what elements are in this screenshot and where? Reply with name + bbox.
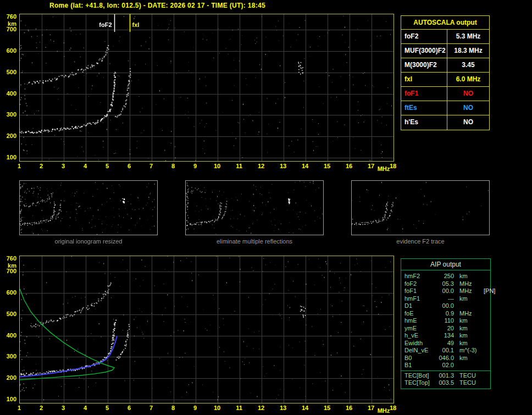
autoscala-window: Rome (lat: +41.8, lon: 012.5) - DATE: 20…	[0, 0, 532, 415]
autoscala-param-label: ftEs	[401, 101, 447, 115]
aip-label: hmF1	[404, 295, 436, 303]
y-tick-label: 500	[2, 69, 16, 75]
x-tick-label: 4	[80, 163, 91, 169]
thumbnail-f2-trace	[351, 180, 490, 235]
aip-unit: km	[455, 340, 480, 347]
aip-unit: km	[455, 332, 480, 340]
aip-label: B0	[404, 355, 436, 362]
aip-label: foF2	[404, 280, 436, 288]
aip-row-fof1: foF100.0MHz[PN]	[401, 287, 490, 295]
aip-value: 003.5	[436, 379, 455, 387]
thumbnail-caption-f2-trace: evidence F2 trace	[351, 238, 490, 245]
aip-unit: MHz	[455, 310, 480, 318]
aip-row-d1: D100.0	[401, 302, 490, 310]
autoscala-row-m-3000-f2: M(3000)F23.45	[401, 58, 489, 73]
aip-row-hme: hmE110km	[401, 317, 490, 325]
y-tick-label: 700	[2, 26, 16, 32]
autoscala-row-fof2: foF25.3 MHz	[401, 30, 489, 44]
x-tick-label: 9	[190, 405, 201, 411]
aip-extra	[480, 332, 490, 340]
x-tick-label: 11	[234, 405, 245, 411]
y-tick-label: 300	[2, 353, 16, 359]
x-tick-label: 15	[322, 405, 332, 411]
aip-output-table: AIP output hmF2250kmfoF205.3MHzfoF100.0M…	[401, 258, 491, 389]
thumbnail-caption-eliminate-multiples: eliminate multiple reflections	[185, 238, 324, 245]
aip-value: 134	[436, 332, 455, 340]
autoscala-row-h-es: h'EsNO	[401, 115, 489, 130]
aip-label: DelN_vE	[404, 347, 436, 355]
aip-value: 001.3	[436, 372, 455, 380]
aip-value: 05.3	[436, 280, 455, 288]
aip-row-h-ve: h_vE134km	[401, 332, 490, 340]
x-tick-label: 16	[343, 405, 354, 411]
aip-row-deln-ve: DelN_vE00.1m^(-3)	[401, 347, 490, 355]
aip-unit: km	[455, 325, 480, 333]
aip-unit: TECU	[455, 372, 480, 380]
autoscala-param-label: fxI	[401, 73, 447, 86]
aip-table-rows: hmF2250kmfoF205.3MHzfoF100.0MHz[PN]hmF1-…	[401, 270, 490, 387]
x-tick-label: 3	[58, 163, 69, 169]
autoscala-param-label: M(3000)F2	[401, 58, 447, 72]
autoscala-table-title: AUTOSCALA output	[401, 16, 489, 30]
x-tick-label: 5	[102, 163, 113, 169]
aip-extra	[480, 295, 490, 303]
y-tick-label: 600	[2, 47, 16, 54]
aip-extra	[480, 372, 490, 380]
autoscala-param-label: h'Es	[401, 115, 447, 130]
bottom-ionogram-plot	[19, 256, 394, 403]
aip-row-tec-top: TEC[Top]003.5TECU	[401, 379, 490, 387]
autoscala-param-value: 3.45	[447, 58, 489, 72]
autoscala-param-value: NO	[447, 101, 489, 115]
aip-extra	[480, 379, 490, 387]
aip-unit: TECU	[455, 379, 480, 387]
page-title: Rome (lat: +41.8, lon: 012.5) - DATE: 20…	[49, 2, 265, 9]
aip-unit: km	[455, 355, 480, 362]
aip-label: D1	[404, 302, 436, 310]
x-tick-label: 12	[256, 163, 267, 169]
top-ionogram-plot	[19, 14, 394, 162]
aip-value: 250	[436, 273, 455, 280]
y-tick-label: 700	[2, 268, 16, 274]
aip-label: h_vE	[404, 332, 436, 340]
x-tick-label: 14	[300, 405, 311, 411]
aip-unit: m^(-3)	[455, 347, 480, 355]
x-tick-label: 6	[124, 405, 135, 411]
autoscala-table-rows: foF25.3 MHzMUF(3000)F218.3 MHzM(3000)F23…	[401, 30, 489, 130]
x-tick-label: 2	[36, 163, 47, 169]
aip-extra	[480, 302, 490, 310]
x-tick-label: 12	[256, 405, 267, 411]
x-axis-unit-mhz: MHz	[374, 165, 393, 172]
aip-label: hmE	[404, 317, 436, 325]
aip-row-fof2: foF205.3MHz	[401, 280, 490, 288]
autoscala-param-label: foF2	[401, 30, 447, 43]
aip-extra	[480, 355, 490, 362]
y-tick-label: 200	[2, 132, 16, 139]
y-tick-label: 300	[2, 111, 16, 118]
y-tick-label: 200	[2, 374, 16, 381]
aip-value: 110	[436, 317, 455, 325]
aip-value: 00.0	[436, 302, 455, 310]
thumbnail-canvas-original	[20, 181, 157, 235]
aip-label: foF1	[404, 287, 436, 295]
autoscala-param-label: foF1	[401, 87, 447, 101]
x-tick-label: 1	[14, 405, 25, 411]
aip-row-yme: ymE20km	[401, 325, 490, 333]
autoscala-param-value: NO	[447, 115, 489, 130]
x-tick-label: 11	[234, 163, 245, 169]
aip-label: B1	[404, 362, 436, 369]
aip-label: hmF2	[404, 273, 436, 280]
thumbnail-canvas-eliminate-multiples	[186, 181, 323, 235]
x-tick-label: 14	[300, 163, 311, 169]
aip-label: foE	[404, 310, 436, 318]
x-tick-label: 13	[278, 163, 289, 169]
aip-label: Ewidth	[404, 340, 436, 347]
aip-label: TEC[Bot]	[404, 372, 436, 380]
x-tick-label: 10	[212, 405, 223, 411]
x-tick-label: 7	[146, 405, 157, 411]
aip-value: 02.0	[436, 362, 455, 369]
x-tick-label: 3	[58, 405, 69, 411]
aip-extra	[480, 317, 490, 325]
aip-row-hmf1: hmF1---km	[401, 295, 490, 303]
aip-row-b1: B102.0	[401, 362, 490, 369]
x-tick-label: 8	[168, 405, 179, 411]
